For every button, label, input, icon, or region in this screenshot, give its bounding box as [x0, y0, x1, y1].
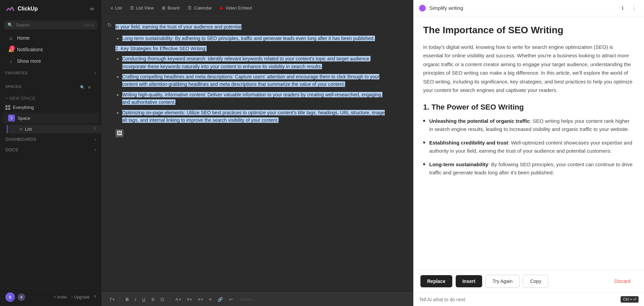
tab-list-view[interactable]: ☰ List View	[127, 3, 157, 13]
sidebar-item-show-more[interactable]: ↓ Show more	[3, 56, 99, 66]
app-name: ClickUp	[18, 6, 38, 12]
grid-icon	[5, 105, 10, 110]
logo-area: ClickUp	[5, 4, 38, 14]
sidebar-item-everything[interactable]: Everything	[0, 103, 101, 112]
bullet-bold-2: Establishing credibility and trust	[429, 140, 508, 146]
strikethrough-button[interactable]: S	[149, 295, 156, 303]
ai-info-button[interactable]: ℹ	[620, 4, 626, 12]
bold-button[interactable]: B	[124, 295, 131, 303]
sidebar-item-list[interactable]: ≡ List 7	[7, 125, 101, 133]
favorites-label: FAVORITES	[5, 71, 28, 75]
search-input[interactable]	[16, 22, 81, 27]
toolbar-separator-2	[170, 297, 170, 303]
spaces-section-header: SPACES 🔍 ∨	[0, 77, 101, 94]
table-button[interactable]: ⊡	[158, 295, 166, 303]
ai-bullet-credibility-text: Establishing credibility and trust: Well…	[429, 139, 634, 155]
keyword-research-text: Conducting thorough keyword research: Id…	[122, 56, 371, 69]
tab-list[interactable]: ≡ List	[107, 3, 125, 13]
document-area: ↻ in your field, earning the trust of yo…	[102, 16, 413, 292]
list-icon: ≡	[20, 127, 22, 132]
footer-left: S S	[5, 292, 25, 302]
copy-button[interactable]: Copy	[523, 275, 548, 288]
ai-actions: Replace Insert Try Again Copy Discard	[414, 270, 644, 292]
try-again-button[interactable]: Try Again	[486, 275, 520, 288]
footer-actions: + Invite ↑ Upgrade ?	[54, 295, 96, 300]
tab-video-embed[interactable]: ▶ Video Embed	[217, 3, 255, 13]
sidebar-item-space[interactable]: S Space	[3, 113, 99, 123]
sidebar-item-space-label: Space	[18, 116, 30, 121]
space-icon: S	[8, 115, 15, 121]
ai-more-button[interactable]: ⋮	[629, 4, 639, 12]
upgrade-button[interactable]: ↑ Upgrade	[71, 295, 90, 300]
search-bar[interactable]: 🔍 Ctrl+K	[4, 20, 97, 30]
comment-placeholder: Comm...	[240, 297, 256, 302]
bullet-item-sustainability: Long-term sustainability: By adhering to…	[122, 35, 387, 42]
video-embed-tab-icon: ▶	[220, 5, 224, 11]
avatar-secondary: S	[18, 293, 25, 301]
favorites-section-header: FAVORITES ›	[0, 67, 101, 77]
underline-button[interactable]: U	[140, 295, 147, 303]
undo-button[interactable]: ↩	[227, 295, 235, 303]
link-button[interactable]: 🔗	[215, 295, 225, 303]
top-bar: ≡ List ☰ List View ⊞ Board 🗓 Calendar ▶ …	[102, 0, 413, 16]
list-button[interactable]: ≡ ▾	[196, 295, 205, 303]
help-button[interactable]: ?	[94, 295, 96, 300]
ai-bullet-organic: Unleashing the potential of organic traf…	[423, 117, 634, 133]
ai-section-1-title: 1. The Power of SEO Writing	[423, 103, 634, 112]
image-icon: 🖼	[115, 129, 124, 137]
sidebar-item-home[interactable]: ⌂ Home	[3, 33, 99, 43]
list-view-tab-icon: ☰	[130, 5, 134, 11]
intro-text: in your field, earning the trust of your…	[115, 23, 387, 31]
bullet-bold-1: Unleashing the potential of organic traf…	[429, 118, 530, 124]
text-color-button[interactable]: A ▾	[173, 295, 183, 303]
ai-intro-text: In today's digital world, knowing how to…	[423, 43, 634, 95]
ai-bullet-credibility: Establishing credibility and trust: Well…	[423, 139, 634, 155]
ai-input-row: Ctrl + ⏎	[414, 292, 644, 306]
discard-button[interactable]: Discard	[608, 275, 637, 287]
ai-main-title: The Importance of SEO Writing	[423, 24, 634, 36]
board-tab-label: Board	[168, 5, 179, 11]
tab-calendar[interactable]: 🗓 Calendar	[184, 3, 215, 13]
avatar-stack: S	[18, 293, 25, 301]
dashboards-expand-icon[interactable]: ›	[95, 137, 96, 142]
collapse-sidebar-button[interactable]: ≪	[88, 5, 96, 13]
bullet-dot-1	[423, 120, 425, 122]
new-space-button[interactable]: + NEW SPACE	[0, 94, 101, 103]
document-content: in your field, earning the trust of your…	[115, 23, 387, 137]
docs-expand-icon[interactable]: ›	[95, 147, 96, 152]
inline-image-placeholder: 🖼	[115, 129, 387, 137]
sidebar-item-show-more-label: Show more	[17, 58, 41, 64]
bullet-headlines: Crafting compelling headlines and meta d…	[122, 73, 387, 88]
align-button[interactable]: ≡ ▾	[185, 295, 194, 303]
sidebar-item-docs[interactable]: DOCS ›	[0, 145, 101, 155]
spaces-actions: 🔍 ∨	[75, 81, 96, 92]
toolbar-separator-1	[120, 297, 120, 303]
tab-board[interactable]: ⊞ Board	[158, 3, 183, 13]
numbered-section: 2. Key Strategies for Effective SEO Writ…	[115, 45, 387, 52]
ai-input-field[interactable]	[419, 297, 621, 302]
invite-button[interactable]: + Invite	[54, 295, 67, 300]
sidebar-item-dashboards[interactable]: DASHBOARDS ›	[0, 134, 101, 145]
refresh-button[interactable]: ↻	[107, 22, 112, 28]
favorites-expand-icon[interactable]: ›	[95, 71, 96, 75]
bullet-keyword-research: Conducting thorough keyword research: Id…	[122, 55, 387, 70]
sidebar-header: ClickUp ≪	[0, 0, 101, 18]
replace-button[interactable]: Replace	[420, 275, 452, 287]
main-area: ≡ List ☰ List View ⊞ Board 🗓 Calendar ▶ …	[102, 0, 413, 306]
spaces-expand-icon[interactable]: ∨	[88, 85, 91, 90]
sidebar-item-notifications[interactable]: 🔔 1 Notifications	[3, 44, 99, 55]
insert-button[interactable]: Insert	[456, 275, 482, 287]
ai-content: The Importance of SEO Writing In today's…	[414, 16, 644, 270]
bullet-high-quality: Writing high-quality, informative conten…	[122, 91, 387, 106]
indent-button[interactable]: ≡	[207, 295, 214, 303]
spaces-label: SPACES	[5, 84, 21, 89]
spaces-search-icon[interactable]: 🔍	[80, 85, 85, 90]
italic-button[interactable]: I	[133, 295, 138, 303]
ai-input-shortcut: Ctrl + ⏎	[621, 296, 639, 303]
bell-icon: 🔔 1	[8, 47, 14, 52]
text-style-button[interactable]: T ▾	[107, 295, 116, 303]
clickup-logo-icon	[5, 4, 15, 14]
editor-toolbar: T ▾ B I U S ⊡ A ▾ ≡ ▾ ≡ ▾ ≡ 🔗 ↩ Comm...	[102, 292, 413, 306]
calendar-tab-label: Calendar	[194, 5, 212, 11]
ai-panel: Simplify writing ℹ ⋮ The Importance of S…	[413, 0, 644, 306]
